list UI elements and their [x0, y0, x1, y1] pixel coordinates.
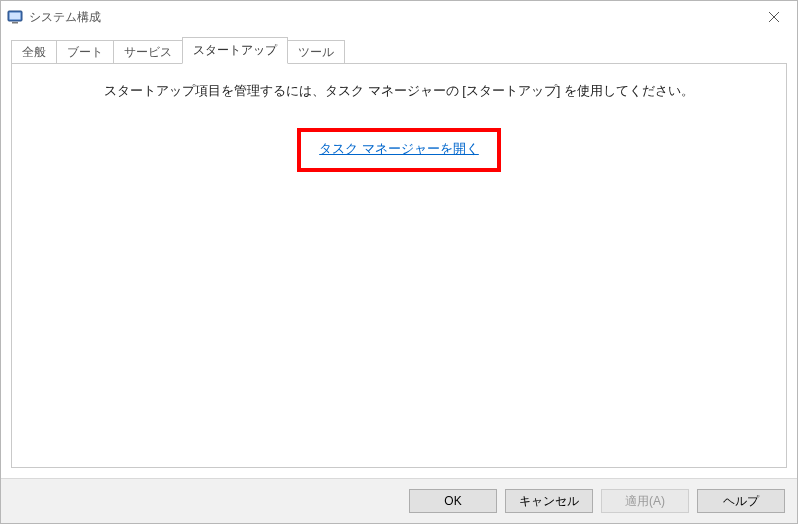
link-wrap: タスク マネージャーを開く [32, 128, 766, 172]
panel-content: スタートアップ項目を管理するには、タスク マネージャーの [スタートアップ] を… [12, 64, 786, 190]
tab-services[interactable]: サービス [113, 40, 183, 64]
tab-boot[interactable]: ブート [56, 40, 114, 64]
button-label: 適用(A) [625, 493, 665, 510]
tab-panel-startup: スタートアップ項目を管理するには、タスク マネージャーの [スタートアップ] を… [11, 63, 787, 468]
close-icon [769, 12, 779, 22]
cancel-button[interactable]: キャンセル [505, 489, 593, 513]
svg-rect-1 [10, 13, 21, 20]
tab-label: サービス [124, 45, 172, 59]
tab-startup[interactable]: スタートアップ [182, 37, 288, 64]
button-label: キャンセル [519, 493, 579, 510]
tab-tools[interactable]: ツール [287, 40, 345, 64]
system-configuration-window: システム構成 全般 ブート サービス スタートアップ ツール スタートアップ項目… [0, 0, 798, 524]
titlebar: システム構成 [1, 1, 797, 33]
tab-label: ツール [298, 45, 334, 59]
open-task-manager-link[interactable]: タスク マネージャーを開く [319, 141, 479, 156]
client-area: 全般 ブート サービス スタートアップ ツール スタートアップ項目を管理するには… [1, 33, 797, 478]
button-label: OK [444, 494, 461, 508]
dialog-button-row: OK キャンセル 適用(A) ヘルプ [1, 478, 797, 523]
help-button[interactable]: ヘルプ [697, 489, 785, 513]
tab-label: ブート [67, 45, 103, 59]
ok-button[interactable]: OK [409, 489, 497, 513]
apply-button: 適用(A) [601, 489, 689, 513]
svg-rect-2 [12, 22, 18, 24]
tab-label: 全般 [22, 45, 46, 59]
button-label: ヘルプ [723, 493, 759, 510]
tab-general[interactable]: 全般 [11, 40, 57, 64]
startup-message: スタートアップ項目を管理するには、タスク マネージャーの [スタートアップ] を… [104, 82, 694, 100]
tabstrip: 全般 ブート サービス スタートアップ ツール [11, 39, 787, 63]
link-highlight-box: タスク マネージャーを開く [297, 128, 501, 172]
close-button[interactable] [751, 1, 797, 33]
window-title: システム構成 [29, 9, 101, 26]
tab-label: スタートアップ [193, 43, 277, 57]
app-icon [7, 9, 23, 25]
